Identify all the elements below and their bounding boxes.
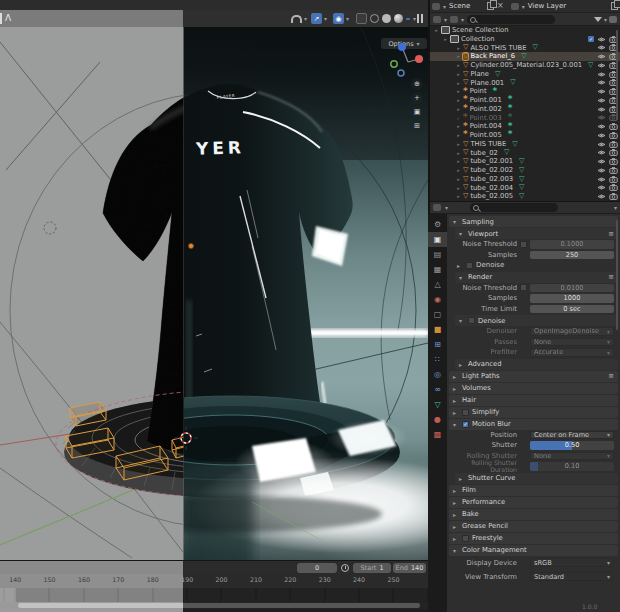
hide-eye-icon[interactable] bbox=[597, 36, 606, 43]
expand-icon[interactable]: ▸ bbox=[456, 52, 461, 61]
viewport-denoise-label[interactable]: Denoise bbox=[476, 261, 504, 269]
viewport-3d[interactable]: PLAYER YER bbox=[0, 10, 428, 560]
outliner-row[interactable]: ▸ Point.003 ✓ bbox=[430, 114, 620, 123]
object-name[interactable]: Point.001 bbox=[470, 96, 502, 105]
pivot-point-button[interactable]: ◉▾ bbox=[333, 13, 349, 24]
outliner-row[interactable]: ▸ Point.002 ✓ bbox=[430, 105, 620, 114]
object-name[interactable]: tube_02.004 bbox=[470, 184, 513, 193]
render-camera-icon[interactable] bbox=[609, 132, 618, 139]
panel-hair[interactable]: ▸Hair bbox=[449, 395, 618, 406]
viewport-noise-threshold-field[interactable]: 0.1000 bbox=[530, 240, 614, 249]
object-name[interactable]: THIS TUBE bbox=[470, 140, 506, 149]
properties-tab[interactable]: ◉ bbox=[428, 292, 447, 307]
properties-scrollbar[interactable] bbox=[616, 220, 618, 330]
viewport-denoise-checkbox[interactable] bbox=[466, 262, 473, 269]
mb-position-dropdown[interactable]: Center on Frame▾ bbox=[530, 431, 614, 440]
outliner-row[interactable]: ▸ Plane ✓ bbox=[430, 70, 620, 79]
simplify-checkbox[interactable] bbox=[462, 409, 469, 416]
timeline-ruler[interactable]: 140 150 160 170 180 190 200 210 220 230 … bbox=[0, 574, 428, 588]
shading-dropdown[interactable]: ▾ bbox=[413, 15, 416, 22]
expand-icon[interactable]: ▸ bbox=[456, 44, 461, 53]
panel-denoise[interactable]: ▾Denoise bbox=[455, 315, 618, 326]
render-camera-icon[interactable] bbox=[609, 141, 618, 148]
expand-icon[interactable]: ▸ bbox=[456, 140, 461, 149]
properties-tab[interactable]: ● bbox=[428, 412, 447, 427]
expand-icon[interactable]: ▸ bbox=[456, 122, 461, 131]
render-camera-icon[interactable] bbox=[609, 176, 618, 183]
zoom-view-icon[interactable]: ⊕ bbox=[411, 78, 423, 90]
passes-dropdown[interactable]: None▾ bbox=[530, 338, 614, 347]
object-name[interactable]: tube_02.002 bbox=[470, 166, 513, 175]
mb-rolling-shutter-dropdown[interactable]: None▾ bbox=[530, 452, 614, 461]
denoiser-dropdown[interactable]: OpenImageDenoise▾ bbox=[530, 327, 614, 336]
new-scene-icon[interactable] bbox=[487, 2, 494, 10]
object-name[interactable]: Point.004 bbox=[470, 122, 502, 131]
hide-eye-icon[interactable] bbox=[597, 149, 606, 156]
properties-tab[interactable]: ▤ bbox=[428, 247, 447, 262]
properties-tab[interactable]: ∞ bbox=[428, 382, 447, 397]
panel-simplify[interactable]: ▸Simplify bbox=[449, 407, 618, 418]
outliner-search-input[interactable] bbox=[479, 14, 543, 24]
viewport-noise-threshold-checkbox[interactable] bbox=[520, 241, 527, 248]
object-name[interactable]: Point bbox=[470, 87, 487, 96]
expand-icon[interactable]: ▸ bbox=[456, 114, 461, 123]
scene-dropdown-icon[interactable]: ▾ bbox=[443, 3, 446, 10]
panel-advanced[interactable]: ▸Advanced bbox=[455, 359, 618, 370]
expand-icon[interactable]: ▸ bbox=[456, 149, 461, 158]
proportional-edit-button[interactable]: ↗▾ bbox=[311, 13, 327, 24]
object-name[interactable]: Plane.001 bbox=[470, 79, 504, 88]
panel-volumes[interactable]: ▸Volumes bbox=[449, 383, 618, 394]
collection-checkbox[interactable]: ✓ bbox=[588, 36, 594, 42]
hide-eye-icon[interactable] bbox=[597, 79, 606, 86]
scene-icon[interactable] bbox=[432, 3, 440, 10]
outliner-row[interactable]: ▸ Point.004 ✓ bbox=[430, 122, 620, 131]
snap-magnet-icon[interactable]: ▾ bbox=[291, 15, 307, 23]
expand-icon[interactable]: ▸ bbox=[456, 105, 461, 114]
hide-eye-icon[interactable] bbox=[597, 141, 606, 148]
xray-toggle-icon[interactable] bbox=[356, 13, 367, 24]
expand-icon[interactable]: ▸ bbox=[456, 166, 461, 175]
editor-type-dropdown[interactable]: ▾ bbox=[444, 16, 447, 23]
material-shading-icon[interactable] bbox=[394, 14, 403, 23]
panel-light-paths[interactable]: ▸Light Paths≡ bbox=[449, 371, 618, 382]
view-layer-name[interactable]: View Layer bbox=[528, 2, 607, 10]
hide-eye-icon[interactable] bbox=[597, 132, 606, 139]
properties-tab[interactable]: ▦ bbox=[428, 262, 447, 277]
timeline-channels[interactable] bbox=[0, 588, 428, 602]
hide-eye-icon[interactable] bbox=[597, 44, 606, 51]
render-camera-icon[interactable] bbox=[609, 167, 618, 174]
outliner-scrollbar[interactable] bbox=[616, 30, 618, 120]
properties-tab[interactable]: △ bbox=[428, 277, 447, 292]
end-frame-field[interactable]: End140 bbox=[393, 563, 426, 573]
start-frame-field[interactable]: Start1 bbox=[353, 563, 391, 573]
perspective-toggle-icon[interactable]: ⊞ bbox=[411, 120, 423, 132]
expand-icon[interactable]: ▸ bbox=[456, 79, 461, 88]
denoise-checkbox[interactable] bbox=[468, 317, 475, 324]
navigation-gizmo[interactable] bbox=[388, 40, 428, 82]
mb-rolling-shutter-duration-slider[interactable]: 0.10 bbox=[530, 462, 614, 471]
view-layer-dropdown-icon[interactable]: ▾ bbox=[522, 3, 525, 10]
snap-dropdown[interactable]: ▾ bbox=[304, 15, 307, 22]
expand-icon[interactable]: ▸ bbox=[456, 184, 461, 193]
hide-eye-icon[interactable] bbox=[597, 88, 606, 95]
view-transform-dropdown[interactable]: Standard▾ bbox=[530, 572, 614, 581]
render-noise-threshold-field[interactable]: 0.0100 bbox=[530, 284, 614, 293]
expand-icon[interactable]: ▸ bbox=[443, 35, 448, 44]
object-name[interactable]: Scene Collection bbox=[452, 26, 509, 35]
panel-freestyle[interactable]: ▸Freestyle bbox=[449, 533, 618, 544]
outliner-row[interactable]: ▸ Point ✓ bbox=[430, 87, 620, 96]
filter-icon[interactable] bbox=[594, 17, 602, 22]
properties-tab[interactable]: ◎ bbox=[428, 367, 447, 382]
hide-eye-icon[interactable] bbox=[597, 62, 606, 69]
panel-bake[interactable]: ▸Bake bbox=[449, 509, 618, 520]
panel-performance[interactable]: ▸Performance bbox=[449, 497, 618, 508]
hide-eye-icon[interactable] bbox=[597, 106, 606, 113]
preset-icon[interactable]: ≡ bbox=[608, 372, 614, 380]
hide-eye-icon[interactable] bbox=[597, 97, 606, 104]
outliner-row[interactable]: ▸ tube_02.004 ✓ bbox=[430, 184, 620, 193]
properties-tab[interactable]: ■ bbox=[428, 322, 447, 337]
outliner-row[interactable]: ▸ tube_02.002 ✓ bbox=[430, 166, 620, 175]
properties-tab[interactable]: ▩ bbox=[428, 427, 447, 442]
panel-film[interactable]: ▸Film bbox=[449, 485, 618, 496]
render-camera-icon[interactable] bbox=[609, 193, 618, 200]
